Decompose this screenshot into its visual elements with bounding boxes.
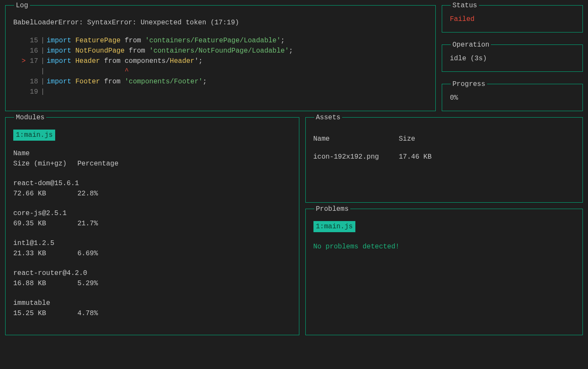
gutter-pipe: | [38,56,47,66]
module-entry: core-js@2.5.1 69.35 KB 21.7% [13,208,291,229]
module-size: 21.33 KB [13,248,77,259]
module-pct: 22.8% [77,189,98,199]
code-content: import NotFoundPage from 'containers/Not… [47,46,293,56]
assets-hdr-name: Name [313,134,399,144]
assets-title: Assets [314,112,343,123]
code-caret-line: | ^ [19,66,428,77]
problems-title: Problems [314,204,351,214]
progress-value: 0% [450,93,575,103]
module-pct: 5.29% [77,278,98,289]
log-title: Log [14,0,30,11]
module-entry: intl@1.2.5 21.33 KB 6.69% [13,238,291,259]
code-line: 18 | import Footer from 'components/Foot… [19,77,428,87]
modules-hdr-pct: Percentage [77,159,118,169]
operation-title: Operation [451,40,491,50]
assets-header: Name Size [313,134,575,144]
modules-title: Modules [14,112,46,123]
code-content: import Footer from 'components/Footer'; [47,77,207,87]
progress-title: Progress [451,79,487,89]
code-content: import Header from components/Header'; [47,56,203,66]
module-entry: immutable 15.25 KB 4.78% [13,298,291,319]
status-value: Failed [450,14,575,24]
gutter-pipe: | [38,77,47,87]
modules-hdr-name: Name [13,148,291,159]
asset-name: icon-192x192.png [313,152,399,162]
module-name: immutable [13,298,291,308]
line-number: 19 [19,87,38,97]
code-content: import FeaturePage from 'containers/Feat… [47,35,285,46]
module-pct: 4.78% [77,308,98,319]
asset-row: icon-192x192.png 17.46 KB [313,152,575,162]
module-name: intl@1.2.5 [13,238,291,248]
code-block: 15 | import FeaturePage from 'containers… [19,35,428,97]
progress-panel: Progress 0% [442,84,583,111]
module-entry: react-dom@15.6.1 72.66 KB 22.8% [13,178,291,199]
code-line-error: > 17 | import Header from components/Hea… [19,56,428,66]
module-size: 72.66 KB [13,189,77,199]
module-pct: 21.7% [77,218,98,229]
module-name: react-router@4.2.0 [13,268,291,278]
module-size: 69.35 KB [13,218,77,229]
status-panel: Status Failed [442,5,583,32]
module-size: 15.25 KB [13,308,77,319]
assets-hdr-size: Size [399,134,415,144]
modules-panel: Modules 1:main.js Name Size (min+gz) Per… [5,117,299,335]
gutter-pipe: | [38,87,47,97]
line-number: 16 [19,46,38,56]
operation-panel: Operation idle (3s) [442,44,583,72]
status-title: Status [451,0,479,11]
log-error-message: BabelLoaderError: SyntaxError: Unexpecte… [13,18,428,28]
code-line: 15 | import FeaturePage from 'containers… [19,35,428,46]
module-pct: 6.69% [77,248,98,259]
line-number: 18 [19,77,38,87]
line-number: 15 [19,35,38,46]
module-name: react-dom@15.6.1 [13,178,291,189]
assets-panel: Assets Name Size icon-192x192.png 17.46 … [305,117,583,203]
asset-size: 17.46 KB [399,152,432,162]
modules-hdr-size: Size (min+gz) [13,159,77,169]
code-line: 19 | [19,87,428,97]
log-panel: Log BabelLoaderError: SyntaxError: Unexp… [5,5,436,111]
modules-tab[interactable]: 1:main.js [13,130,55,141]
modules-header: Name Size (min+gz) Percentage [13,148,291,169]
caret-indicator: ^ [47,66,129,77]
problems-panel: Problems 1:main.js No problems detected! [305,209,583,335]
gutter-pipe: | [38,66,47,77]
problems-message: No problems detected! [313,242,575,252]
code-line: 16 | import NotFoundPage from 'container… [19,46,428,56]
module-entry: react-router@4.2.0 16.88 KB 5.29% [13,268,291,289]
module-name: core-js@2.5.1 [13,208,291,218]
operation-value: idle (3s) [450,53,575,64]
module-size: 16.88 KB [13,278,77,289]
problems-tab[interactable]: 1:main.js [313,221,355,232]
gutter-pipe: | [38,35,47,46]
error-marker: > 17 [19,56,38,66]
gutter-pipe: | [38,46,47,56]
